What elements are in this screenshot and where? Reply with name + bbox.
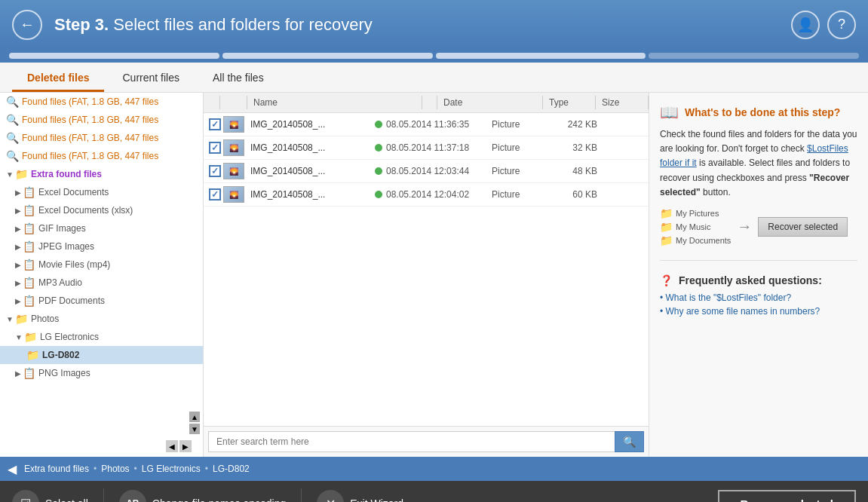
sidebar-movie-label: Movie Files (mp4) [38, 259, 110, 270]
sidebar-item-excel-xlsx[interactable]: ▶ 📋 Excel Documents (xlsx) [0, 201, 203, 219]
sidebar-item-extra-found[interactable]: ▼ 📁 Extra found files [0, 165, 203, 183]
sidebar-item-pdf[interactable]: ▶ 📋 PDF Documents [0, 292, 203, 310]
breadcrumb-back-button[interactable]: ◀ [8, 462, 17, 476]
search-button[interactable]: 🔍 [615, 431, 644, 452]
sidebar-item-gif[interactable]: ▶ 📋 GIF Images [0, 219, 203, 237]
what-to-do-text: Check the found files and folders for th… [660, 127, 857, 200]
exit-icon: ✕ [317, 490, 344, 502]
file-thumbnail-4: 🌄 [223, 186, 244, 203]
expand-icon-excel: ▶ [15, 188, 21, 197]
sidebar-pdf-label: PDF Documents [38, 295, 105, 306]
sidebar-item-png[interactable]: ▶ 📋 PNG Images [0, 364, 203, 382]
sidebar-scroll-left[interactable]: ◀ [166, 440, 178, 452]
table-row: 🌄 IMG_20140508_... 08.05.2014 11:36:35 P… [204, 113, 649, 136]
expand-icon-jpeg: ▶ [15, 243, 21, 251]
found-icon-1: 🔍 [6, 96, 19, 108]
sidebar-item-found-3[interactable]: 🔍 Found files (FAT, 1.8 GB, 447 files [0, 129, 203, 147]
status-dot-3 [375, 167, 382, 175]
file-check-1[interactable] [207, 118, 223, 130]
status-dot-2 [375, 144, 382, 152]
file-status-2 [371, 144, 386, 152]
sidebar-scroll-right[interactable]: ▶ [179, 440, 192, 452]
found-icon-4: 🔍 [6, 150, 19, 162]
sidebar-item-movie[interactable]: ▶ 📋 Movie Files (mp4) [0, 256, 203, 274]
checkbox-1[interactable] [209, 118, 221, 130]
bottom-sep-2 [301, 488, 302, 502]
folder-icon-pdf: 📋 [23, 295, 35, 307]
search-input[interactable] [208, 431, 615, 452]
breadcrumb-item-1[interactable]: Extra found files [24, 464, 89, 474]
tab-current-files[interactable]: Current files [107, 66, 194, 92]
sidebar-item-lg[interactable]: ▼ 📁 LG Electronics [0, 328, 203, 346]
progress-step-1 [9, 53, 219, 59]
breadcrumb-sep-1: • [94, 464, 97, 474]
file-name-2: IMG_20140508_... [250, 142, 371, 153]
folder-icon-gif: 📋 [23, 222, 35, 234]
select-all-icon: ☑ [12, 490, 39, 502]
user-button[interactable]: 👤 [791, 11, 820, 39]
search-bar: 🔍 [204, 426, 649, 457]
lostfiles-link[interactable]: $LostFiles folder if it [660, 143, 848, 168]
main-content: 🔍 Found files (FAT, 1.8 GB, 447 files 🔍 … [0, 93, 868, 457]
sidebar-lgd802-label: LG-D802 [42, 350, 79, 360]
file-type-2: Picture [492, 142, 544, 153]
breadcrumb-item-3[interactable]: LG Electronics [142, 464, 201, 474]
checkbox-2[interactable] [209, 142, 221, 154]
sidebar-scroll-controls: ▲ ▼ [189, 412, 200, 434]
file-type-4: Picture [492, 189, 544, 200]
file-date-4: 08.05.2014 12:04:02 [386, 189, 492, 200]
file-name-1: IMG_20140508_... [250, 119, 371, 130]
select-all-button[interactable]: ☑ Select all [12, 490, 88, 502]
expand-icon-gif: ▶ [15, 225, 21, 233]
col-date: Date [437, 96, 543, 109]
sidebar: 🔍 Found files (FAT, 1.8 GB, 447 files 🔍 … [0, 93, 204, 457]
tab-deleted-files[interactable]: Deleted files [12, 66, 104, 92]
sidebar-item-found-4[interactable]: 🔍 Found files (FAT, 1.8 GB, 447 files [0, 147, 203, 165]
checkbox-3[interactable] [209, 165, 221, 177]
col-thumb [220, 96, 247, 109]
preview-folder-icon-2: 📁 [660, 221, 673, 233]
sidebar-item-found-1[interactable]: 🔍 Found files (FAT, 1.8 GB, 447 files [0, 93, 203, 111]
tabs-bar: Deleted files Current files All the file… [0, 63, 868, 93]
breadcrumb-item-2[interactable]: Photos [101, 464, 129, 474]
sidebar-item-found-2[interactable]: 🔍 Found files (FAT, 1.8 GB, 447 files [0, 111, 203, 129]
found-icon-3: 🔍 [6, 132, 19, 144]
sidebar-png-label: PNG Images [38, 368, 90, 378]
faq-item-1[interactable]: What is the "$LostFiles" folder? [660, 292, 857, 303]
recover-selected-button[interactable]: Recover selected [718, 490, 856, 503]
file-thumb-2: 🌄 [223, 139, 247, 156]
sidebar-scroll-down[interactable]: ▼ [189, 424, 200, 434]
collapse-icon-extra: ▼ [6, 170, 14, 179]
sidebar-item-lgd802[interactable]: 📁 LG-D802 [0, 346, 203, 364]
encoding-icon: AB [119, 490, 146, 502]
expand-icon-excel-xlsx: ▶ [15, 207, 21, 215]
sidebar-scroll-up[interactable]: ▲ [189, 412, 200, 422]
sidebar-item-photos[interactable]: ▼ 📁 Photos [0, 310, 203, 328]
folder-icon-movie: 📋 [23, 259, 35, 271]
folder-icon-lgd802: 📁 [26, 349, 39, 361]
header: ← Step 3. Select files and folders for r… [0, 0, 868, 49]
sidebar-item-mp3[interactable]: ▶ 📋 MP3 Audio [0, 274, 203, 292]
help-button[interactable]: ? [827, 11, 856, 39]
faq-item-2[interactable]: Why are some file names in numbers? [660, 306, 857, 317]
faq-section: ❓ Frequently asked questions: What is th… [660, 274, 857, 320]
sidebar-item-excel-docs[interactable]: ▶ 📋 Excel Documents [0, 183, 203, 201]
file-check-3[interactable] [207, 165, 223, 177]
expand-icon-pdf: ▶ [15, 297, 21, 305]
exit-button[interactable]: ✕ Exit Wizard [317, 490, 403, 502]
checkbox-4[interactable] [209, 188, 221, 200]
sidebar-excel-xlsx-label: Excel Documents (xlsx) [38, 205, 133, 216]
sidebar-item-jpeg[interactable]: ▶ 📋 JPEG Images [0, 237, 203, 256]
table-row: 🌄 IMG_20140508_... 08.05.2014 11:37:18 P… [204, 136, 649, 160]
back-button[interactable]: ← [12, 10, 42, 40]
sidebar-found-label-4: Found files (FAT, 1.8 GB, 447 files [22, 151, 158, 161]
breadcrumb-item-4[interactable]: LG-D802 [213, 464, 250, 474]
file-check-4[interactable] [207, 188, 223, 200]
file-check-2[interactable] [207, 142, 223, 154]
encoding-button[interactable]: AB Change file names encoding [119, 490, 286, 502]
tab-all-files[interactable]: All the files [198, 66, 279, 92]
what-to-do-title: 📖 What's to be done at this step? [660, 103, 857, 121]
preview-folder-name-2: My Music [676, 222, 710, 231]
sidebar-found-label-3: Found files (FAT, 1.8 GB, 447 files [22, 133, 158, 143]
recover-preview-button[interactable]: Recover selected [758, 217, 848, 237]
